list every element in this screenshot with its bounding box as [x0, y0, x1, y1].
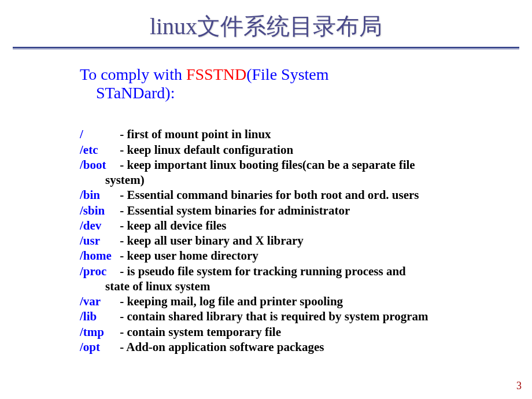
dir-desc: - contain shared library that is require… — [120, 309, 428, 323]
dir-path: / — [80, 127, 117, 142]
directory-list: / - first of mount point in linux /etc -… — [80, 127, 515, 354]
dir-desc: - keep all user binary and X library — [120, 234, 304, 247]
dir-row: /etc - keep linux default configuration — [80, 142, 515, 157]
dir-desc: - keep user home directory — [120, 249, 258, 263]
dir-row: /sbin - Essential system binaries for ad… — [80, 203, 515, 218]
dir-path: /opt — [80, 339, 117, 354]
dir-desc: - is pseudo file system for tracking run… — [120, 264, 406, 278]
dir-row: /bin - Essential command binaries for bo… — [80, 187, 515, 202]
intro-red: FSSTND — [186, 65, 246, 83]
dir-desc: - keeping mail, log file and printer spo… — [120, 294, 343, 308]
page-number: 3 — [516, 380, 522, 392]
dir-path: /tmp — [80, 324, 117, 339]
dir-desc: - first of mount point in linux — [120, 127, 271, 141]
dir-desc: - keep all device files — [120, 219, 226, 232]
intro-text: To comply with FSSTND(File System STaNDa… — [80, 65, 515, 102]
intro-suffix: (File System — [246, 65, 328, 83]
dir-path: /etc — [80, 142, 117, 157]
dir-row: /proc - is pseudo file system for tracki… — [80, 264, 515, 294]
dir-row: /lib - contain shared library that is re… — [80, 309, 515, 324]
dir-row: / - first of mount point in linux — [80, 127, 515, 142]
title-divider — [13, 47, 519, 49]
dir-row: /opt - Add-on application software packa… — [80, 339, 515, 354]
content: To comply with FSSTND(File System STaNDa… — [0, 65, 532, 354]
intro-prefix: To comply with — [80, 65, 186, 83]
dir-row: /boot - keep important linux booting fil… — [80, 157, 515, 188]
dir-path: /home — [80, 248, 117, 263]
dir-row: /home - keep user home directory — [80, 248, 515, 263]
dir-desc: - Essential system binaries for administ… — [120, 204, 350, 217]
dir-row: /usr - keep all user binary and X librar… — [80, 233, 515, 248]
dir-path: /usr — [80, 233, 117, 248]
dir-desc: - keep linux default configuration — [120, 143, 293, 157]
dir-path: /boot — [80, 157, 117, 172]
dir-path: /dev — [80, 218, 117, 233]
dir-row: /var - keeping mail, log file and printe… — [80, 294, 515, 309]
dir-desc: - Add-on application software packages — [120, 340, 324, 354]
dir-desc-cont: state of linux system — [80, 279, 515, 294]
dir-path: /lib — [80, 309, 117, 324]
dir-desc-cont: system) — [80, 172, 515, 187]
divider-container — [0, 47, 532, 49]
dir-path: /sbin — [80, 203, 117, 218]
dir-path: /proc — [80, 264, 117, 279]
dir-row: /dev - keep all device files — [80, 218, 515, 233]
dir-path: /bin — [80, 187, 117, 202]
dir-desc: - keep important linux booting files(can… — [120, 158, 415, 172]
slide-title: linux文件系统目录布局 — [0, 0, 532, 47]
dir-desc: - contain system temporary file — [120, 325, 281, 339]
dir-row: /tmp - contain system temporary file — [80, 324, 515, 339]
dir-path: /var — [80, 294, 117, 309]
intro-line2: STaNDard): — [80, 84, 175, 102]
dir-desc: - Essential command binaries for both ro… — [120, 188, 419, 202]
